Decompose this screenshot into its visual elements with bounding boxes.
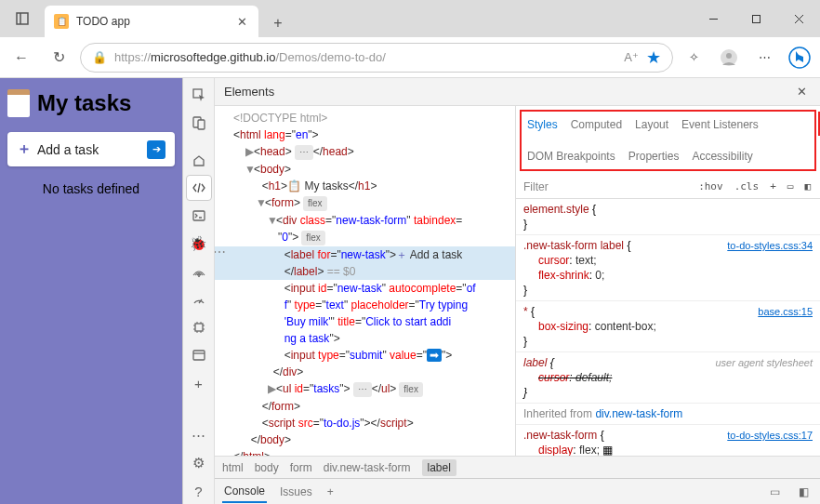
dom-node[interactable]: f" type="text" placeholder="Try typing [215, 297, 515, 313]
dom-node[interactable]: </body> [215, 431, 515, 448]
crumb[interactable]: div.new-task-form [324, 461, 411, 474]
dom-node[interactable]: ▶<ul id="tasks">⋯</ul>flex [215, 380, 515, 398]
back-button[interactable]: ← [6, 42, 37, 73]
dom-node[interactable]: </form> [215, 398, 515, 415]
new-tab-button[interactable]: + [264, 9, 292, 37]
devtools-activitybar: 🐞 + ⋯ ⚙ ? [183, 78, 215, 504]
drawer-icon[interactable]: ▭ [766, 484, 784, 500]
tab-title: TODO app [76, 15, 227, 28]
dom-node[interactable]: ng a task"> [215, 330, 515, 347]
device-icon[interactable] [186, 110, 212, 136]
drawer-add-icon[interactable]: + [325, 482, 336, 502]
flex-swatch-icon[interactable]: ▦ [602, 444, 613, 456]
dom-breadcrumb: html body form div.new-task-form label [215, 456, 820, 478]
dom-node[interactable]: ▼<body> [215, 161, 515, 178]
css-rule[interactable]: to-do-styles.css:17 .new-task-form { dis… [516, 425, 820, 456]
hov-button[interactable]: :hov [694, 179, 727, 194]
welcome-icon[interactable] [186, 147, 212, 173]
dom-node[interactable]: "0">flex [215, 229, 515, 246]
address-bar[interactable]: 🔒 https://microsoftedge.github.io/Demos/… [80, 43, 673, 73]
source-link[interactable]: base.css:15 [758, 304, 813, 319]
tab-layout[interactable]: Layout [635, 115, 668, 134]
overflow-icon[interactable]: ⋯ [186, 422, 212, 448]
dom-node[interactable]: <html lang="en"> [215, 126, 515, 143]
tab-computed[interactable]: Computed [571, 115, 622, 134]
tab-event-listeners[interactable]: Event Listeners [681, 115, 759, 134]
css-rule[interactable]: base.css:15 * { box-sizing: content-box;… [516, 301, 820, 352]
drawer-collapse-icon[interactable]: ◧ [795, 484, 813, 500]
dom-node[interactable]: <input type="submit" value="➡"> [215, 347, 515, 364]
collapse-icon[interactable]: ▼ [245, 162, 254, 177]
settings-icon[interactable]: ⚙ [186, 450, 212, 476]
dom-tree[interactable]: <!DOCTYPE html> <html lang="en"> ▶<head>… [215, 106, 516, 456]
tab-actions-icon[interactable] [0, 0, 45, 37]
minimize-button[interactable] [692, 0, 734, 37]
console-icon[interactable] [186, 203, 212, 229]
cls-button[interactable]: .cls [731, 179, 763, 194]
dom-node[interactable]: <h1>📋 My tasks</h1> [215, 178, 515, 194]
drawer-tab-console[interactable]: Console [222, 481, 267, 503]
filter-input[interactable]: Filter [522, 180, 691, 193]
more-icon[interactable]: ⋯ [749, 43, 779, 73]
css-rule[interactable]: element.style {} [516, 199, 820, 235]
browser-tab[interactable]: 📋 TODO app ✕ [45, 6, 258, 37]
elements-icon[interactable] [186, 175, 212, 201]
add-task-label[interactable]: Add a task [37, 142, 141, 157]
devtools: 🐞 + ⋯ ⚙ ? Elements ✕ [182, 78, 820, 504]
maximize-button[interactable] [734, 0, 777, 37]
application-icon[interactable] [186, 342, 212, 368]
refresh-button[interactable]: ↻ [43, 42, 74, 73]
css-rule[interactable]: user agent stylesheet label { cursor: de… [516, 352, 820, 404]
collapse-icon[interactable]: ▼ [267, 213, 276, 228]
tab-properties[interactable]: Properties [628, 147, 680, 166]
dom-node[interactable]: ▼<div class="new-task-form" tabindex= [215, 212, 515, 229]
favorite-icon[interactable]: ★ [646, 47, 661, 68]
dom-node[interactable]: <!DOCTYPE html> [215, 110, 515, 126]
source-link[interactable]: to-do-styles.css:17 [727, 428, 813, 443]
dom-node[interactable]: <input id="new-task" autocomplete="of [215, 280, 515, 297]
close-window-button[interactable] [777, 0, 820, 37]
submit-button[interactable]: ➔ [147, 140, 165, 159]
crumb[interactable]: html [222, 461, 244, 474]
computed-toggle-icon[interactable]: ▭ [784, 179, 798, 194]
performance-icon[interactable] [186, 286, 212, 312]
profile-icon[interactable] [714, 43, 744, 73]
dom-node[interactable]: </html> [215, 448, 515, 456]
tab-dom-breakpoints[interactable]: DOM Breakpoints [527, 147, 615, 166]
dom-node-menu-icon[interactable]: ⋯ [215, 247, 227, 257]
dom-node-selected[interactable]: </label> == $0 [215, 263, 515, 280]
drawer-tab-issues[interactable]: Issues [278, 482, 314, 502]
crumb-selected[interactable]: label [422, 459, 456, 476]
expand-icon[interactable]: ▶ [267, 381, 276, 396]
tab-styles[interactable]: Styles [527, 115, 558, 134]
dom-node[interactable]: <script src="to-do.js"></script> [215, 415, 515, 431]
dom-node[interactable]: ▶<head>⋯</head> [215, 143, 515, 161]
collapse-icon[interactable]: ▼ [256, 195, 265, 210]
source-link[interactable]: to-do-styles.css:34 [727, 238, 813, 253]
panel-close-icon[interactable]: ✕ [793, 81, 811, 102]
dom-node[interactable]: ▼<form>flex [215, 194, 515, 212]
collections-icon[interactable]: ✧ [679, 43, 708, 73]
inspect-icon[interactable] [186, 82, 212, 108]
more-tools-icon[interactable]: + [186, 370, 212, 396]
dom-node[interactable]: </div> [215, 364, 515, 380]
sources-icon[interactable]: 🐞 [186, 231, 212, 257]
expand-icon[interactable]: ▶ [245, 144, 254, 159]
close-icon[interactable]: ✕ [234, 14, 249, 29]
bing-chat-icon[interactable] [785, 43, 814, 73]
css-rule[interactable]: to-do-styles.css:34 .new-task-form label… [516, 235, 820, 301]
memory-icon[interactable] [186, 314, 212, 340]
add-task-form[interactable]: ＋ Add a task ➔ [7, 132, 175, 166]
svg-rect-11 [198, 120, 205, 129]
styles-rules[interactable]: element.style {} to-do-styles.css:34 .ne… [516, 199, 820, 456]
crumb[interactable]: form [290, 461, 312, 474]
help-icon[interactable]: ? [186, 478, 212, 504]
rendering-icon[interactable]: ◧ [800, 179, 814, 194]
tab-accessibility[interactable]: Accessibility [692, 147, 752, 166]
dom-node[interactable]: 'Buy milk'" title="Click to start addi [215, 313, 515, 330]
network-icon[interactable] [186, 259, 212, 285]
crumb[interactable]: body [255, 461, 279, 474]
reader-icon[interactable]: A⁺ [624, 50, 639, 64]
new-rule-icon[interactable]: + [766, 179, 780, 194]
dom-node-selected[interactable]: ⋯ <label for="new-task">＋ Add a task [215, 246, 515, 263]
